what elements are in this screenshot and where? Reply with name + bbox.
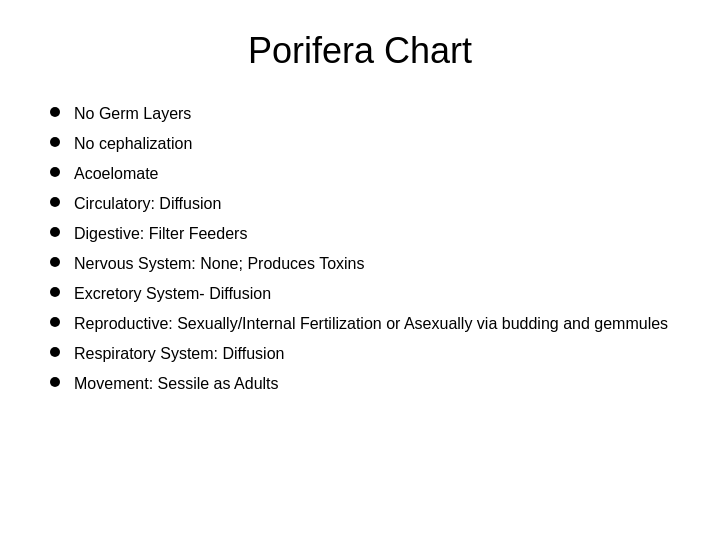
bullet-dot-icon bbox=[50, 257, 60, 267]
list-item: No cephalization bbox=[50, 132, 670, 156]
bullet-dot-icon bbox=[50, 227, 60, 237]
bullet-dot-icon bbox=[50, 167, 60, 177]
list-item-text: Reproductive: Sexually/Internal Fertiliz… bbox=[74, 312, 670, 336]
bullet-dot-icon bbox=[50, 317, 60, 327]
list-item: Circulatory: Diffusion bbox=[50, 192, 670, 216]
list-item-text: Nervous System: None; Produces Toxins bbox=[74, 252, 670, 276]
list-item-text: Digestive: Filter Feeders bbox=[74, 222, 670, 246]
list-item-text: No Germ Layers bbox=[74, 102, 670, 126]
list-item: No Germ Layers bbox=[50, 102, 670, 126]
list-item-text: Acoelomate bbox=[74, 162, 670, 186]
list-item: Acoelomate bbox=[50, 162, 670, 186]
list-item-text: Circulatory: Diffusion bbox=[74, 192, 670, 216]
list-item-text: Respiratory System: Diffusion bbox=[74, 342, 670, 366]
bullet-dot-icon bbox=[50, 107, 60, 117]
list-item: Movement: Sessile as Adults bbox=[50, 372, 670, 396]
bullet-dot-icon bbox=[50, 197, 60, 207]
list-item: Respiratory System: Diffusion bbox=[50, 342, 670, 366]
bullet-dot-icon bbox=[50, 287, 60, 297]
list-item-text: Excretory System- Diffusion bbox=[74, 282, 670, 306]
list-item-text: No cephalization bbox=[74, 132, 670, 156]
list-item: Nervous System: None; Produces Toxins bbox=[50, 252, 670, 276]
bullet-dot-icon bbox=[50, 347, 60, 357]
bullet-dot-icon bbox=[50, 137, 60, 147]
list-item: Excretory System- Diffusion bbox=[50, 282, 670, 306]
bullet-dot-icon bbox=[50, 377, 60, 387]
list-item: Digestive: Filter Feeders bbox=[50, 222, 670, 246]
list-item-text: Movement: Sessile as Adults bbox=[74, 372, 670, 396]
list-item: Reproductive: Sexually/Internal Fertiliz… bbox=[50, 312, 670, 336]
page-title: Porifera Chart bbox=[50, 30, 670, 72]
page: Porifera Chart No Germ LayersNo cephaliz… bbox=[0, 0, 720, 540]
bullet-list: No Germ LayersNo cephalizationAcoelomate… bbox=[50, 102, 670, 402]
